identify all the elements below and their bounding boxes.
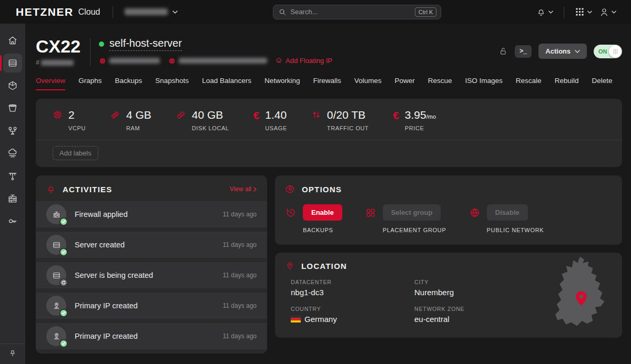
activity-row[interactable]: Server created 11 days ago <box>36 232 267 258</box>
field-value: Nuremberg <box>414 288 538 297</box>
stat-value: 1.40 <box>265 109 287 121</box>
activity-text: Server created <box>75 241 125 249</box>
option-label: PLACEMENT GROUP <box>383 227 446 233</box>
bell-icon <box>46 184 56 194</box>
stat-ram: 4 GBRAM <box>110 109 151 131</box>
activity-text: Primary IP created <box>75 332 138 340</box>
activity-row[interactable]: Primary IP created 11 days ago <box>36 323 267 349</box>
server-id-prefix: # <box>36 59 39 66</box>
console-button[interactable]: >_ <box>515 45 532 58</box>
tab-rebuild[interactable]: Rebuild <box>555 77 579 90</box>
sidebar-item-volumes[interactable] <box>3 76 22 95</box>
apps-grid-icon <box>575 7 585 17</box>
location-title: LOCATION <box>301 262 347 271</box>
location-card: LOCATION DATACENTER nbg1-dc3 CITY Nuremb… <box>275 253 622 338</box>
sidebar-item-storage-boxes[interactable] <box>3 99 22 118</box>
tab-power[interactable]: Power <box>395 77 415 90</box>
tab-rescue[interactable]: Rescue <box>428 77 452 90</box>
sidebar-item-security[interactable] <box>3 212 22 231</box>
server-header: CX22 # self-host-server <box>36 37 622 66</box>
tab-firewalls[interactable]: Firewalls <box>313 77 341 90</box>
activity-time: 11 days ago <box>223 302 257 309</box>
topbar-divider <box>564 6 564 18</box>
actions-button[interactable]: Actions <box>538 44 587 59</box>
ipv4-address[interactable] <box>99 57 160 65</box>
tab-rescale[interactable]: Rescale <box>516 77 542 90</box>
power-toggle[interactable]: ON <box>594 45 622 58</box>
disable-public-network-button[interactable]: Disable <box>487 204 528 221</box>
ram-icon <box>110 110 120 131</box>
tab-overview[interactable]: Overview <box>36 77 65 90</box>
header-divider <box>90 38 90 66</box>
tab-backups[interactable]: Backups <box>115 77 143 90</box>
search-icon <box>279 8 286 16</box>
activity-row[interactable]: Primary IP created 11 days ago <box>36 293 267 319</box>
ipv6-address[interactable] <box>168 57 267 65</box>
tab-iso-images[interactable]: ISO Images <box>465 77 503 90</box>
placement-group-icon <box>365 207 376 218</box>
sidebar-item-load-balancers[interactable] <box>3 121 22 140</box>
account-menu[interactable] <box>599 7 616 17</box>
field-label: CITY <box>414 279 538 285</box>
redacted-project-name <box>125 8 168 15</box>
topbar-divider <box>113 6 113 18</box>
lock-button[interactable] <box>499 46 508 56</box>
search-bar[interactable]: Ctrl K <box>273 5 441 19</box>
stat-value: 0/20 TB <box>327 109 369 121</box>
activity-row[interactable]: Server is being created 11 days ago <box>36 262 267 288</box>
sidebar-item-servers[interactable] <box>3 54 22 72</box>
map-pin-icon <box>286 262 294 271</box>
gear-icon <box>286 184 295 194</box>
avatar <box>46 265 66 285</box>
tab-networking[interactable]: Networking <box>264 77 300 90</box>
search-shortcut-badge: Ctrl K <box>415 7 437 17</box>
chevron-down-icon <box>548 11 553 14</box>
cube-icon <box>7 80 18 91</box>
sidebar-item-home[interactable] <box>3 31 22 50</box>
tab-snapshots[interactable]: Snapshots <box>155 77 189 90</box>
germany-map <box>537 254 620 337</box>
sidebar-item-floating-ips[interactable] <box>3 144 22 163</box>
activities-card: ACTIVITIES View all Firewall applied 11 … <box>36 175 267 353</box>
activity-text: Server is being created <box>75 271 153 279</box>
select-placement-group-button[interactable]: Select group <box>383 204 441 221</box>
field-value: Germany <box>304 315 337 324</box>
notifications-menu[interactable] <box>536 7 553 17</box>
view-all-link[interactable]: View all <box>230 185 257 193</box>
stat-suffix: /mo <box>426 113 436 120</box>
add-labels-button[interactable]: Add labels <box>53 146 98 160</box>
stat-vcpu: 2VCPU <box>53 109 86 131</box>
primary-ip-icon <box>52 332 61 341</box>
server-status-dot <box>99 41 104 47</box>
success-badge <box>59 217 68 226</box>
field-network-zone: NETWORK ZONE eu-central <box>414 306 538 324</box>
chevron-right-icon <box>253 187 257 192</box>
success-badge <box>59 248 68 256</box>
tab-volumes[interactable]: Volumes <box>354 77 382 90</box>
sidebar-item-firewalls[interactable] <box>3 189 22 208</box>
tab-graphs[interactable]: Graphs <box>78 77 101 90</box>
field-value: eu-central <box>414 315 538 324</box>
server-icon <box>52 241 61 249</box>
server-name[interactable]: self-host-server <box>109 37 182 51</box>
pin-sidebar-button[interactable] <box>8 349 17 358</box>
pin-icon <box>8 349 17 358</box>
firewall-icon <box>7 193 18 204</box>
redacted-ipv6 <box>179 58 267 64</box>
sidebar-footer <box>0 344 25 364</box>
apps-menu[interactable] <box>575 7 592 17</box>
chevron-down-icon <box>172 11 178 14</box>
enable-backups-button[interactable]: Enable <box>303 204 342 221</box>
sidebar-item-networks[interactable] <box>3 167 22 185</box>
search-input[interactable] <box>290 8 415 16</box>
hetzner-logo: HETZNER <box>16 6 74 18</box>
add-floating-ip-link[interactable]: Add Floating IP <box>276 57 332 65</box>
project-selector[interactable] <box>125 8 178 15</box>
tab-load-balancers[interactable]: Load Balancers <box>202 77 251 90</box>
server-stats-card: 2VCPU 4 GBRAM 40 GBDISK LOCAL € 1.40 <box>36 99 622 167</box>
chevron-down-icon <box>612 11 616 14</box>
view-all-label: View all <box>230 185 251 193</box>
activity-row[interactable]: Firewall applied 11 days ago <box>36 201 267 227</box>
tab-delete[interactable]: Delete <box>592 77 612 90</box>
field-label: NETWORK ZONE <box>414 306 538 312</box>
